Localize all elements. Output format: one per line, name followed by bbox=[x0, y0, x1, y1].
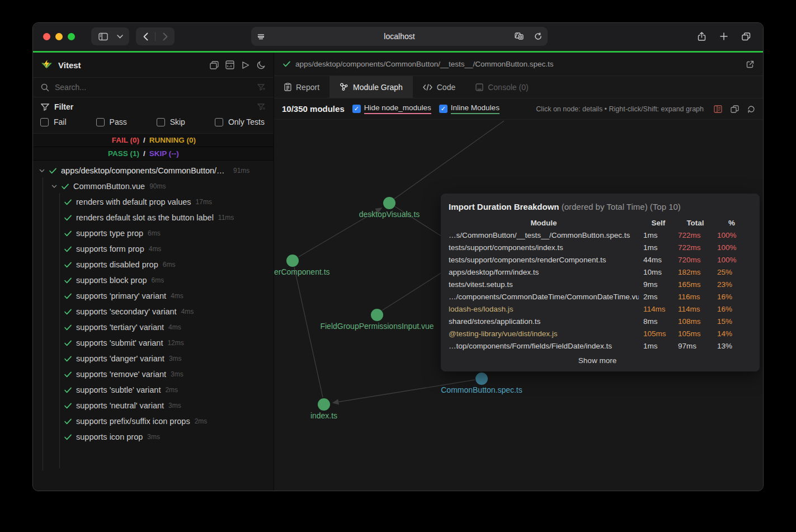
graph-node-label[interactable]: erComponent.ts bbox=[274, 267, 330, 276]
duration-row[interactable]: lodash-es/lodash.js114ms114ms16% bbox=[449, 303, 746, 315]
graph-node[interactable] bbox=[318, 398, 330, 411]
graph-node-label[interactable]: index.ts bbox=[310, 411, 337, 420]
test-row[interactable]: supports 'subtle' variant2ms bbox=[33, 382, 274, 398]
duration-row[interactable]: tests/support/components/renderComponent… bbox=[449, 253, 746, 266]
duration-row[interactable]: …/components/CommonDateTime/CommonDateTi… bbox=[449, 290, 746, 303]
graph-node[interactable] bbox=[383, 197, 395, 209]
duration-row[interactable]: tests/vitest.setup.ts9ms165ms23% bbox=[449, 278, 746, 290]
close-window-button[interactable] bbox=[43, 33, 50, 40]
main-panel: apps/desktop/components/CommonButton/__t… bbox=[274, 53, 763, 491]
breadcrumb-path: apps/desktop/components/CommonButton/__t… bbox=[295, 60, 554, 68]
test-row[interactable]: renders with default prop values17ms bbox=[33, 194, 274, 210]
tab-console[interactable]: Console (0) bbox=[465, 76, 538, 98]
show-more-button[interactable]: Show more bbox=[449, 356, 746, 365]
nav-buttons bbox=[136, 27, 175, 45]
checkbox-unchecked-icon bbox=[40, 118, 49, 126]
test-row[interactable]: supports type prop6ms bbox=[33, 225, 274, 241]
graph-legend-icon[interactable] bbox=[714, 105, 722, 113]
chevron-down-icon[interactable] bbox=[112, 27, 127, 45]
test-row[interactable]: supports 'submit' variant12ms bbox=[33, 335, 274, 351]
open-external-icon[interactable] bbox=[746, 60, 754, 68]
tab-report[interactable]: Report bbox=[274, 76, 329, 98]
test-row[interactable]: supports block prop6ms bbox=[33, 272, 274, 288]
duration-row[interactable]: …s/CommonButton/__tests__/CommonButton.s… bbox=[449, 229, 746, 241]
duration: 12ms bbox=[167, 339, 183, 347]
test-label: supports block prop bbox=[76, 276, 147, 285]
test-row[interactable]: renders default slot as the button label… bbox=[33, 210, 274, 225]
chevron-down-icon[interactable] bbox=[39, 169, 45, 172]
filter-option-skip[interactable]: Skip bbox=[157, 117, 185, 126]
dashboard-icon[interactable] bbox=[225, 60, 234, 70]
duration-row[interactable]: …top/components/Form/fields/FieldDate/in… bbox=[449, 340, 746, 352]
test-row[interactable]: supports icon prop3ms bbox=[33, 429, 274, 445]
inline-modules-checkbox[interactable]: ✓ Inline Modules bbox=[439, 103, 500, 114]
dark-mode-icon[interactable] bbox=[256, 60, 266, 70]
duration-row[interactable]: apps/desktop/form/index.ts10ms182ms25% bbox=[449, 266, 746, 278]
url-text: localhost bbox=[251, 32, 548, 41]
modules-count: 10/350 modules bbox=[282, 104, 345, 114]
duration-table: Module Self Total % …s/CommonButton/__te… bbox=[449, 216, 746, 352]
collapse-panels-icon[interactable] bbox=[209, 60, 219, 70]
test-row[interactable]: supports disabled prop6ms bbox=[33, 257, 274, 272]
test-row[interactable]: supports 'secondary' variant4ms bbox=[33, 304, 274, 319]
browser-sidebar-icon[interactable] bbox=[93, 27, 112, 45]
share-icon[interactable] bbox=[692, 27, 711, 45]
duration-row[interactable]: tests/support/components/index.ts1ms722m… bbox=[449, 241, 746, 253]
module-graph-canvas[interactable]: desktopVisuals.tserComponent.tsFieldGrou… bbox=[274, 120, 763, 491]
duration: 4ms bbox=[168, 323, 181, 331]
browser-window: localhost bbox=[32, 22, 764, 491]
filter-option-pass[interactable]: Pass bbox=[96, 117, 127, 126]
test-list: renders with default prop values17msrend… bbox=[33, 194, 274, 445]
tab-module-graph[interactable]: Module Graph bbox=[329, 76, 413, 98]
search-input[interactable] bbox=[55, 83, 257, 92]
test-row[interactable]: supports 'neutral' variant3ms bbox=[33, 398, 274, 413]
console-icon bbox=[475, 83, 483, 91]
filter-icon bbox=[41, 103, 49, 111]
duration: 3ms bbox=[168, 402, 181, 409]
fit-view-icon[interactable] bbox=[731, 105, 739, 113]
graph-node-label[interactable]: FieldGroupPermissionsInput.vue bbox=[320, 322, 434, 331]
duration-row[interactable]: shared/stores/application.ts8ms108ms15% bbox=[449, 315, 746, 327]
test-row[interactable]: supports 'danger' variant3ms bbox=[33, 351, 274, 366]
filter-option-fail[interactable]: Fail bbox=[40, 117, 67, 126]
clear-filter-icon[interactable] bbox=[257, 103, 266, 111]
graph-node-label[interactable]: CommonButton.spec.ts bbox=[441, 385, 522, 394]
chevron-down-icon[interactable] bbox=[51, 185, 57, 188]
forward-button[interactable] bbox=[156, 27, 175, 45]
graph-node[interactable] bbox=[371, 309, 383, 321]
pass-check-icon bbox=[64, 371, 72, 378]
test-file-row[interactable]: apps/desktop/components/CommonButton/_… … bbox=[33, 163, 274, 178]
hide-node-modules-checkbox[interactable]: ✓ Hide node_modules bbox=[352, 103, 431, 114]
duration-row[interactable]: @testing-library/vue/dist/index.js105ms1… bbox=[449, 327, 746, 340]
pass-count: PASS (1) bbox=[33, 149, 139, 158]
pass-check-icon bbox=[283, 61, 290, 67]
duration: 2ms bbox=[195, 417, 208, 425]
minimize-window-button[interactable] bbox=[55, 33, 63, 40]
back-button[interactable] bbox=[136, 27, 155, 45]
test-suite-label: CommonButton.vue bbox=[73, 182, 145, 191]
clear-search-icon[interactable] bbox=[257, 84, 266, 91]
status-line-1: FAIL (0) / RUNNING (0) bbox=[33, 134, 274, 147]
reset-graph-icon[interactable] bbox=[747, 105, 755, 113]
filter-option-only-tests[interactable]: Only Tests bbox=[215, 117, 265, 126]
duration: 90ms bbox=[149, 182, 166, 190]
test-row[interactable]: supports prefix/suffix icon props2ms bbox=[33, 413, 274, 429]
duration: 3ms bbox=[169, 355, 182, 362]
zoom-window-button[interactable] bbox=[68, 33, 75, 40]
test-suite-row[interactable]: CommonButton.vue 90ms bbox=[33, 178, 274, 194]
pass-check-icon bbox=[64, 293, 72, 299]
run-all-icon[interactable] bbox=[241, 60, 250, 70]
address-bar[interactable]: localhost bbox=[251, 27, 548, 46]
test-row[interactable]: supports 'remove' variant3ms bbox=[33, 366, 274, 382]
tab-overview-icon[interactable] bbox=[737, 27, 756, 45]
graph-node-label[interactable]: desktopVisuals.ts bbox=[359, 210, 420, 219]
graph-node[interactable] bbox=[286, 255, 299, 267]
tab-code[interactable]: Code bbox=[413, 76, 465, 98]
duration: 11ms bbox=[218, 214, 234, 222]
graph-node[interactable] bbox=[475, 373, 488, 385]
test-row[interactable]: supports 'primary' variant4ms bbox=[33, 288, 274, 304]
test-row[interactable]: supports 'tertiary' variant4ms bbox=[33, 319, 274, 335]
new-tab-icon[interactable] bbox=[714, 27, 733, 45]
duration: 3ms bbox=[147, 433, 160, 441]
test-row[interactable]: supports form prop4ms bbox=[33, 241, 274, 257]
